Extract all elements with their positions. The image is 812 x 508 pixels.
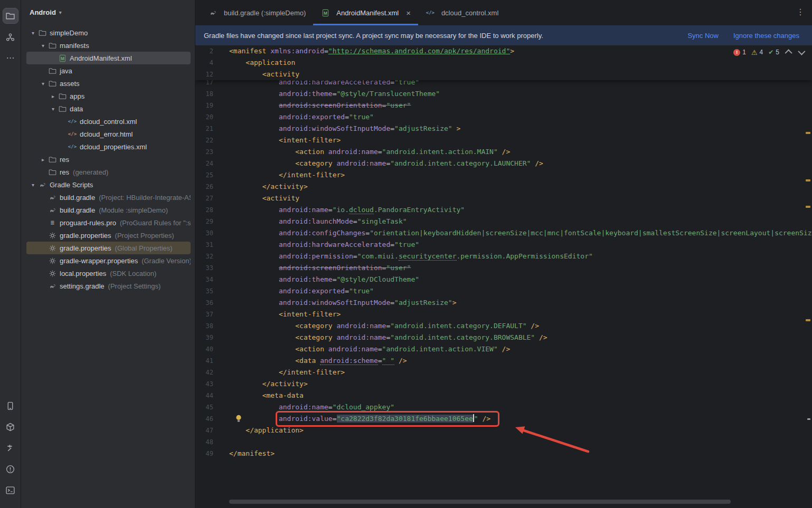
code-line[interactable]: 43 </activity> [195,378,812,390]
code-line[interactable]: 39 <category android:name="android.inten… [195,332,812,343]
error-stripe-mark[interactable] [806,206,810,208]
terminal-tool-button[interactable] [3,482,18,498]
code-line[interactable]: 19 android:screenOrientation="user" [195,100,812,111]
line-number: 43 [195,378,229,390]
code-line[interactable]: 49</manifest> [195,448,812,459]
banner-action-ignore-these-changes[interactable]: Ignore these changes [733,32,799,40]
code-line[interactable]: 40 <action android:name="android.intent.… [195,343,812,355]
problems-tool-button[interactable] [3,461,18,477]
tree-item[interactable]: ▾Gradle Scripts [26,178,191,191]
caret-stripe-mark[interactable] [807,418,810,420]
errors-indicator[interactable]: ! 1 [733,49,746,56]
tree-item[interactable]: ≡proguard-rules.pro(ProGuard Rules for "… [26,216,191,229]
code-line[interactable]: 26 </activity> [195,181,812,193]
code-line[interactable]: 20 android:exported="true" [195,111,812,123]
editor-tab[interactable]: MAndroidManifest.xml× [313,0,418,25]
code-line[interactable]: 17 android:hardwareAccelerated="true" [195,80,812,88]
tree-item[interactable]: MAndroidManifest.xml [26,52,191,64]
project-view-selector[interactable]: Android ▾ [21,0,195,24]
tree-chevron-icon[interactable]: ▸ [39,157,48,162]
code-line[interactable]: 27 <activity [195,193,812,204]
line-number: 20 [195,111,229,123]
code-line[interactable]: 4 <application [195,57,812,69]
code-line[interactable]: 2<manifest xmlns:android="http://schemas… [195,45,812,57]
code-line[interactable]: 12 <activity [195,69,812,80]
tree-item[interactable]: </>dcloud_properties.xml [26,140,191,153]
code-line[interactable]: 48 [195,436,812,448]
code-line[interactable]: 22 <intent-filter> [195,135,812,146]
tree-item[interactable]: java [26,64,191,77]
code-line[interactable]: 33 android:screenOrientation="user" [195,262,812,274]
code-line[interactable]: 35 android:exported="true" [195,285,812,297]
code-editor[interactable]: 2<manifest xmlns:android="http://schemas… [195,45,812,508]
error-stripe-mark[interactable] [806,179,810,181]
code-line[interactable]: 24 <category android:name="android.inten… [195,158,812,169]
tree-chevron-icon[interactable]: ▾ [39,81,48,87]
code-line[interactable]: 42 </intent-filter> [195,367,812,378]
passed-indicator[interactable]: ✔ 5 [768,49,779,56]
tree-item[interactable]: ▸apps [26,90,191,102]
code-line[interactable]: 29 android:launchMode="singleTask" [195,216,812,227]
code-line[interactable]: 45 android:name="dcloud_appkey" [195,401,812,413]
tab-options-icon[interactable]: ⋮ [796,8,805,16]
project-tool-button[interactable] [3,8,18,24]
scrollbar-thumb[interactable] [229,500,731,504]
tree-chevron-icon[interactable]: ▸ [49,93,58,99]
project-panel: Android ▾ ▾simpleDemo▾manifestsMAndroidM… [21,0,195,508]
code-line[interactable]: 37 <intent-filter> [195,309,812,320]
tree-chevron-icon[interactable]: ▾ [29,30,37,36]
code-line[interactable]: 30 android:configChanges="orientation|ke… [195,227,812,239]
warnings-indicator[interactable]: ⚠ 4 [751,49,763,56]
tree-item[interactable]: build.gradle(Project: HBuilder-Integrate… [26,191,191,204]
quickfix-bulb-icon[interactable] [235,415,242,426]
line-number: 30 [195,227,229,239]
code-line[interactable]: 36 android:windowSoftInputMode="adjustRe… [195,297,812,309]
previous-issue-button[interactable] [785,49,792,56]
tree-item[interactable]: gradle.properties(Project Properties) [26,229,191,242]
code-line[interactable]: 32 android:permission="com.miui.security… [195,251,812,262]
tree-item[interactable]: ▾data [26,102,191,115]
tree-item[interactable]: gradle-wrapper.properties(Gradle Version… [26,254,191,267]
tree-item[interactable]: ▸res [26,153,191,166]
code-line[interactable]: 25 </intent-filter> [195,169,812,181]
horizontal-scrollbar[interactable] [229,500,731,504]
code-line[interactable]: 23 <action android:name="android.intent.… [195,146,812,158]
tree-item[interactable]: settings.gradle(Project Settings) [26,280,191,292]
tree-chevron-icon[interactable]: ▾ [39,43,48,49]
code-line[interactable]: 34 android:theme="@style/DCloudTheme" [195,274,812,285]
error-stripe-mark[interactable] [806,132,810,134]
tree-item[interactable]: ▾simpleDemo [26,26,191,39]
tree-chevron-icon[interactable]: ▾ [49,106,58,112]
tree-item[interactable]: </>dcloud_error.html [26,128,191,140]
tree-item[interactable]: </>dcloud_control.xml [26,115,191,128]
build-tool-button[interactable] [3,440,18,456]
code-line[interactable]: 47 </application> [195,425,812,436]
code-line[interactable]: 46 android:value="ca2822d3f82da30181fe6b… [195,413,812,425]
tree-chevron-icon[interactable]: ▾ [29,182,37,188]
editor-tab[interactable]: build.gradle (:simpleDemo) [201,0,313,25]
line-number: 46 [195,413,229,425]
tree-item[interactable]: res(generated) [26,166,191,178]
structure-tool-button[interactable] [3,29,18,45]
tree-item[interactable]: local.properties(SDK Location) [26,267,191,280]
tree-item[interactable]: ▾manifests [26,39,191,52]
editor-tab[interactable]: </>dcloud_control.xml [418,0,506,25]
code-line[interactable]: 31 android:hardwareAccelerated="true" [195,239,812,251]
package-tool-button[interactable] [3,419,18,435]
banner-action-sync-now[interactable]: Sync Now [687,32,719,40]
code-line[interactable]: 18 android:theme="@style/TranslucentThem… [195,88,812,100]
project-view-label: Android [30,8,56,16]
more-tool-button[interactable]: ⋯ [3,50,18,66]
device-tool-button[interactable] [3,398,18,414]
code-line[interactable]: 21 android:windowSoftInputMode="adjustRe… [195,123,812,135]
tree-item[interactable]: ▾assets [26,77,191,90]
code-line[interactable]: 28 android:name="io.dcloud.PandoraEntryA… [195,204,812,216]
tree-item[interactable]: build.gradle(Module :simpleDemo) [26,204,191,216]
error-stripe-mark[interactable] [806,319,810,321]
code-line[interactable]: 44 <meta-data [195,390,812,401]
tree-item[interactable]: gradle.properties(Global Properties) [26,242,191,254]
code-line[interactable]: 41 <data android:scheme=" " /> [195,355,812,367]
tab-close-icon[interactable]: × [406,9,411,17]
inspections-widget[interactable]: ! 1 ⚠ 4 ✔ 5 [733,49,804,56]
code-line[interactable]: 38 <category android:name="android.inten… [195,320,812,332]
